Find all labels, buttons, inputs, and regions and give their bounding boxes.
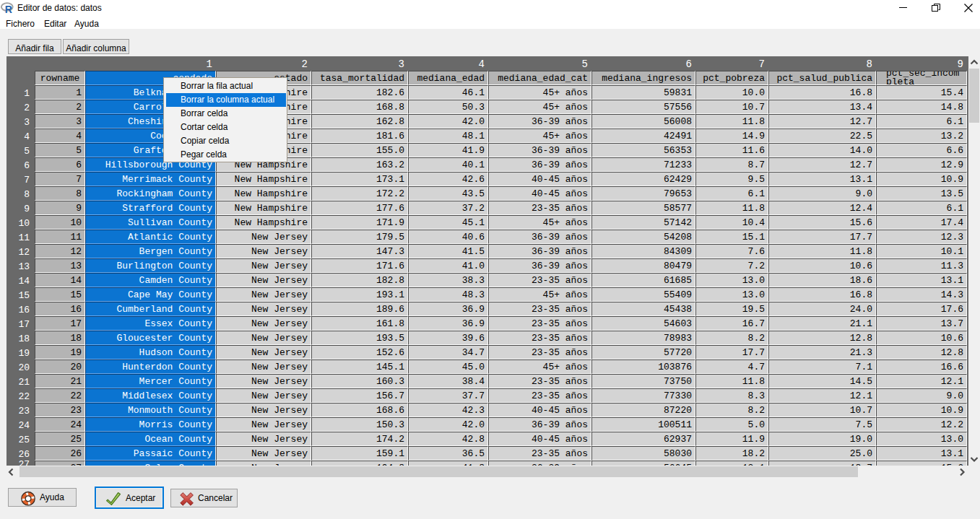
svg-text:R: R [5, 4, 12, 14]
